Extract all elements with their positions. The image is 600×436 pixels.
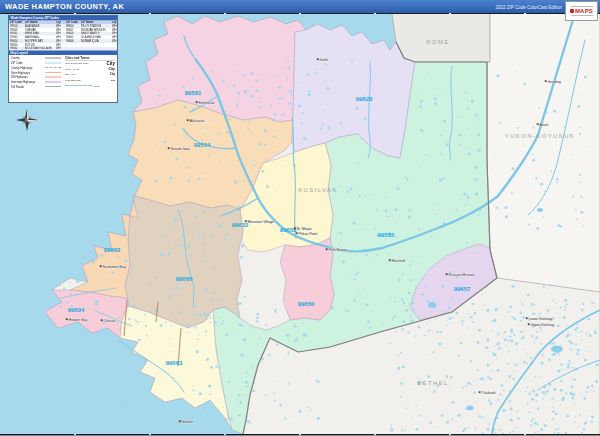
lake-dot	[384, 200, 385, 201]
lake-dot	[434, 97, 437, 100]
lake-dot	[92, 261, 95, 264]
lake-dot	[582, 225, 584, 227]
lake-dot	[203, 210, 206, 213]
lake-dot	[211, 406, 214, 409]
lake-dot	[580, 181, 582, 183]
lake-dot	[404, 430, 405, 431]
lake-dot	[376, 254, 378, 256]
lake-dot	[252, 389, 255, 392]
lake-dot	[220, 307, 222, 309]
lake-dot	[401, 298, 404, 301]
lake-dot	[373, 186, 374, 187]
lake-dot	[351, 60, 353, 62]
lake-dot	[284, 417, 286, 419]
lake-dot	[238, 394, 241, 397]
lake-dot	[493, 353, 496, 356]
lake-dot	[557, 324, 560, 327]
lake-dot	[141, 374, 142, 375]
lake-dot	[209, 317, 211, 319]
lake-dot	[438, 343, 441, 346]
tick-mark	[374, 13, 376, 14]
lake-dot	[97, 349, 100, 352]
lake-dot	[513, 431, 515, 433]
lake-dot	[570, 348, 572, 350]
zip-code-label: 99563	[166, 360, 183, 366]
city-class-row: Less than 250City	[65, 77, 115, 83]
lake-dot	[433, 299, 434, 300]
lake-dot	[389, 343, 391, 345]
lake-dot	[505, 215, 508, 218]
lake-dot	[535, 418, 536, 419]
lake-dot	[177, 284, 179, 286]
lake-dot	[411, 295, 412, 296]
lake-dot	[193, 390, 195, 392]
lake-dot	[159, 217, 160, 218]
lake-dot	[250, 72, 253, 75]
lake-dot	[218, 224, 221, 227]
lake-dot	[561, 364, 563, 366]
edition-wrap: 2022 ZIP Code ColorCast Edition	[429, 0, 562, 13]
lake-dot	[582, 178, 583, 179]
lake-dot	[237, 283, 239, 285]
lake-dot	[499, 122, 501, 124]
lake-dot	[247, 128, 249, 130]
lake-dot	[475, 114, 478, 117]
zip-index-table: ZIP CodeZIP NameCtyZIP CodeZIP NameCty 9…	[9, 21, 118, 51]
lake-dot	[291, 93, 293, 95]
city-name-label: Grayling	[547, 80, 560, 84]
lake-dot	[366, 303, 369, 306]
lake-dot	[442, 177, 445, 180]
lake-dot	[477, 252, 479, 254]
lake-dot	[234, 181, 237, 184]
lake-dot	[535, 376, 537, 378]
lake-dot	[455, 209, 457, 211]
lake-dot	[178, 317, 179, 318]
lake-dot	[442, 285, 445, 288]
lake-dot	[551, 354, 554, 357]
lake-dot	[452, 401, 455, 404]
logo-mark-icon	[570, 9, 574, 13]
lake-dot	[317, 381, 320, 384]
lake-dot	[443, 93, 444, 94]
lake-dot	[121, 343, 122, 344]
lake-dot	[567, 363, 570, 366]
lake-dot	[581, 339, 582, 340]
lake	[537, 208, 543, 212]
lake-dot	[292, 416, 293, 417]
lake-dot	[451, 419, 453, 421]
lake-dot	[232, 420, 234, 422]
lake-dot	[342, 260, 345, 263]
lake-dot	[276, 343, 278, 345]
lake-dot	[574, 403, 575, 404]
legend-line-swatch	[45, 81, 61, 82]
lake-dot	[286, 78, 288, 80]
lake-dot	[588, 330, 589, 331]
lake-dot	[549, 284, 551, 286]
lake-dot	[107, 385, 110, 388]
lake-dot	[206, 128, 207, 129]
lake-dot	[536, 227, 539, 230]
lake-dot	[552, 406, 554, 408]
lake-dot	[223, 312, 225, 314]
lake-dot	[117, 235, 118, 236]
lake-dot	[60, 306, 62, 308]
lake-dot	[287, 67, 290, 70]
lake-dot	[419, 318, 420, 319]
lake-dot	[586, 350, 587, 351]
lake-dot	[237, 91, 240, 94]
lake-dot	[410, 352, 411, 353]
legend-line-item: Toll Roads	[11, 84, 61, 89]
lake-dot	[281, 113, 282, 114]
lake-dot	[176, 287, 178, 289]
lake-dot	[586, 145, 587, 146]
map-legend: Wade Hampton County ZIP Codes ZIP CodeZI…	[8, 15, 118, 103]
lake-dot	[198, 289, 199, 290]
lake-dot	[405, 402, 406, 403]
lake-dot	[548, 358, 551, 361]
lake-dot	[196, 350, 199, 353]
legend-cities-column: Cities and Towns Over 2,500 and MoreCity…	[65, 56, 115, 89]
lake-dot	[544, 395, 545, 396]
tick-mark	[524, 434, 526, 435]
lake-dot	[274, 309, 277, 312]
lake-dot	[226, 131, 229, 134]
